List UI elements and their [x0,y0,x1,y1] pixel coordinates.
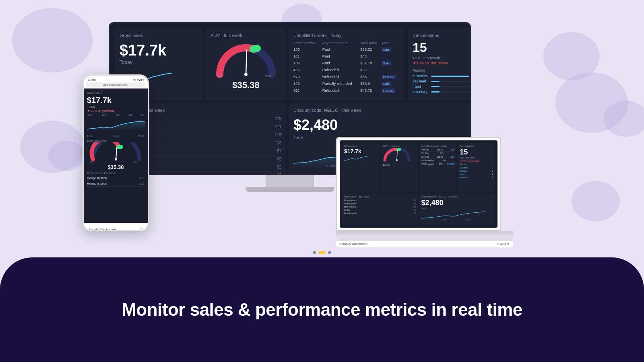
phone-bs-list: Rouge lipstick278 Honey lipstick211 [87,175,144,187]
phone-gs-title: Gross sales [87,92,144,95]
phone-week-label-1: $20K [88,114,93,116]
phone-today: Today [87,105,144,109]
phone-aov-title: AOV - this week [87,140,144,142]
phone-url-bar: app.peckboard.com [86,82,145,87]
svg-text:5 Feb: 5 Feb [466,218,471,221]
reason-row: declined 2 [413,79,471,83]
phone-week-label-4: $2K [128,114,133,116]
laptop-status-bar: Shopify Dashboard 9:42 AM [336,240,513,247]
aov-value: $35.38 [211,80,281,90]
reason-row: customer 9 [413,74,471,78]
svg-text:3 Feb: 3 Feb [326,164,335,168]
phone-time: 10:55 [88,78,96,82]
reason-row: inventory 2 [413,90,471,94]
phone-date-3: 5 Feb [138,135,144,137]
phone-sparkline-svg [87,117,145,133]
reason-label: Reason [413,68,471,72]
phone-gs-value: $17.7k [87,96,144,105]
table-row: 101 Paid $45 [293,53,400,60]
monitor-base [246,187,334,192]
dot-3[interactable] [328,251,331,254]
lc-gross-sales: Gross sales $17.7k [342,143,380,192]
phone-status-bar: 10:55 ▪▪▪ WiFi [84,76,148,82]
phone-bs-title: Best sellers - this week [87,172,144,175]
phone-date-2: 3 Feb [113,135,119,137]
table-row: 100 Paid $25.22 Sale [293,46,400,53]
laptop-base [336,234,513,240]
col-price: Total price [360,40,382,46]
phone-week-label-3: $5K [116,114,120,116]
phone-week-label-5: $0 [141,114,144,116]
svg-point-9 [115,158,117,160]
phone-week-label-2: $10K [102,114,107,116]
col-order: Order number [293,40,322,46]
lc-gs-val: $17.7k [344,148,378,154]
cancel-sub: Total - this month [413,56,471,60]
svg-text:$30: $30 [133,160,138,162]
phone: 10:55 ▪▪▪ WiFi app.peckboard.com Gross s… [83,74,149,231]
aov-card: AOV - this week $0 $90 $35.38 [206,28,286,101]
col-tags: Tags [382,40,400,46]
phone-menu-icon[interactable]: ☰ [140,228,143,231]
aov-title: AOV - this week [211,33,281,38]
lc-bestsellers: Best sellers - this week Rouge lipstick2… [342,193,418,224]
phone-content: Gross sales $17.7k Today ▼ 5.7% vs. yest… [84,88,148,223]
laptop: Gross sales $17.7k AOV - this week $35.3… [336,137,513,247]
svg-point-1 [244,73,248,76]
lc-unfulfilled: Unfulfilled orders - today 100 Paid$25.2… [419,143,457,192]
phone-aov-val: $35.38 [87,164,144,170]
laptop-base-wrap [336,234,513,240]
orders-table: Order number Payment status Total price … [293,40,400,94]
laptop-screen: Gross sales $17.7k AOV - this week $35.3… [336,137,501,231]
table-row: 879 Refunded $35 BOGOF [293,73,400,80]
unfulfilled-title: Unfulfilled orders - today [293,33,400,38]
monitor-stand [266,175,314,187]
dot-2[interactable] [318,251,326,254]
table-row: 456 Refunded $56 [293,66,400,73]
svg-text:$90: $90 [265,74,271,78]
cancellations-card: Cancellations 15 Total - this month ▼ 67… [408,28,471,101]
lc-aov-val: $35.38 [383,164,416,166]
laptop-hinge [336,231,513,234]
lc-discount-val: $2,480 [421,199,493,207]
unfulfilled-card: Unfulfilled orders - today Order number … [289,28,405,101]
phone-vs: ▼ 5.7% vs. yesterday [87,109,144,112]
discount-title: Discount code: HELLO - this week [293,108,471,113]
gross-sales-value: $17.7k [120,43,198,58]
phone-bottom-label: Shopify Dashboard [89,228,116,231]
lc-discount: Discount code: HELLO - this week $2,480 … [419,193,495,224]
gross-sales-title: Gross sales [120,33,198,38]
dot-1[interactable] [313,251,316,254]
lc-cancellations: Cancellations 15 Total - this month ▼ 67… [458,143,495,192]
phone-gauge-svg: $0 $30 [87,142,145,162]
phone-bottom-bar: Shopify Dashboard ☰ [84,223,148,231]
lc-cancel-val: 15 [460,148,493,156]
cancel-value: 15 [413,40,471,55]
phone-date-1: 1 Feb [87,135,93,137]
discount-value: $2,480 [293,117,471,134]
reason-row: fraud 2 [413,84,471,88]
col-status: Payment status [322,40,361,46]
svg-line-0 [246,50,247,74]
bottom-section: Monitor sales & performance metrics in r… [0,257,644,362]
table-row: 234 Paid $32.78 Sale [293,60,400,66]
svg-text:3 Feb: 3 Feb [442,218,447,221]
laptop-time: 9:42 AM [497,242,509,246]
svg-text:$0: $0 [218,74,222,78]
tagline: Monitor sales & performance metrics in r… [122,300,522,320]
svg-text:$0: $0 [90,160,93,162]
svg-point-13 [396,159,398,161]
reasons-list: customer 9 declined 2 fraud 2 inventory … [413,74,471,94]
dots-row [313,251,331,254]
laptop-label: Shopify Dashboard [340,242,367,246]
phone-frame: 10:55 ▪▪▪ WiFi app.peckboard.com Gross s… [83,74,149,231]
lc-reasons: customer9 declined2 fraud2 inventory2 [460,166,493,179]
lc-aov: AOV - this week $35.38 [381,143,418,192]
cancel-title: Cancellations [413,33,471,38]
table-row: 899 Partially refunded $56.9 Sale [293,80,400,87]
lc-orders-mini: 100 Paid$25.22Sale 101 Paid$45 234 Paid$… [421,148,455,166]
svg-line-12 [397,151,397,160]
cancel-vs: ▼ 67% vs. last month [413,61,471,65]
svg-line-8 [116,148,117,159]
phone-signal: ▪▪▪ WiFi [133,78,144,82]
